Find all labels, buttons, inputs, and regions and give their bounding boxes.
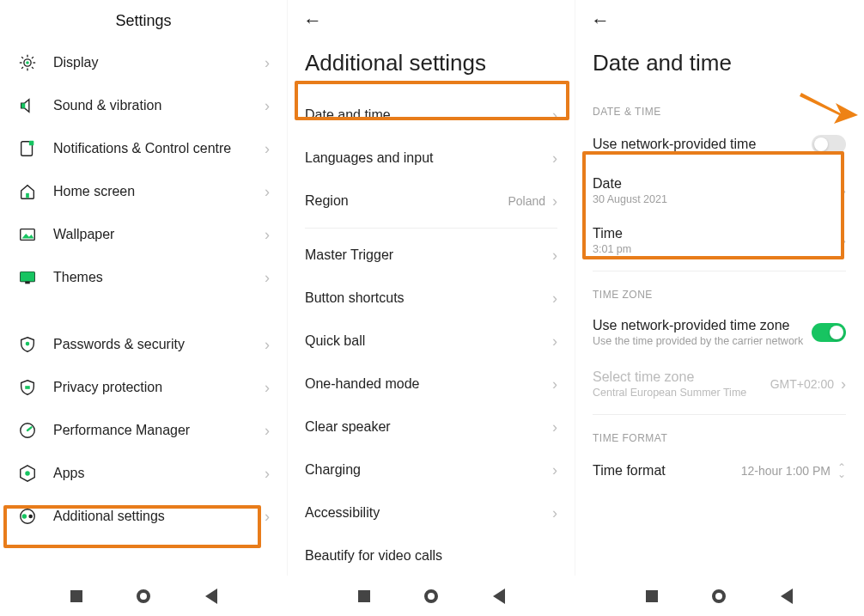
sound-icon	[17, 95, 38, 116]
privacy-label: Privacy protection	[53, 380, 265, 395]
date-row[interactable]: Date 30 August 2021 ›	[575, 166, 863, 216]
additional-icon	[17, 506, 38, 527]
nav-home-icon[interactable]	[712, 589, 726, 603]
charging-row[interactable]: Charging ›	[288, 448, 575, 491]
chevron-right-icon: ›	[552, 375, 557, 393]
region-value: Poland	[508, 194, 545, 208]
performance-label: Performance Manager	[53, 423, 265, 438]
button-shortcuts-row[interactable]: Button shortcuts ›	[288, 277, 575, 320]
nav-back-icon[interactable]	[781, 589, 793, 604]
nav-home-icon[interactable]	[137, 589, 150, 603]
master-trigger-label: Master Trigger	[305, 247, 552, 263]
nav-home-icon[interactable]	[424, 589, 438, 603]
display-row[interactable]: Display ›	[0, 41, 287, 84]
apps-row[interactable]: Apps ›	[0, 452, 287, 495]
pointer-arrow-icon	[800, 86, 851, 120]
gmt-value: GMT+02:00	[770, 377, 834, 391]
sound-row[interactable]: Sound & vibration ›	[0, 84, 287, 127]
chevron-right-icon: ›	[265, 269, 270, 287]
date-time-screen: ← Date and time DATE & TIME Use network-…	[575, 0, 863, 576]
chevron-right-icon: ›	[552, 192, 557, 210]
svg-rect-12	[26, 193, 29, 198]
wallpaper-row[interactable]: Wallpaper ›	[0, 213, 287, 256]
chevron-right-icon: ›	[265, 97, 270, 115]
settings-list-1: Display › Sound & vibration › Notificati…	[0, 41, 287, 538]
themes-icon	[17, 267, 38, 288]
notifications-label: Notifications & Control centre	[53, 141, 265, 156]
button-shortcuts-label: Button shortcuts	[305, 290, 552, 306]
passwords-row[interactable]: Passwords & security ›	[0, 323, 287, 366]
divider	[593, 271, 846, 271]
passwords-label: Passwords & security	[53, 337, 265, 352]
use-network-zone-toggle[interactable]	[812, 323, 846, 342]
performance-row[interactable]: Performance Manager ›	[0, 409, 287, 452]
chevron-right-icon: ›	[552, 461, 557, 479]
chevron-right-icon: ›	[265, 508, 270, 526]
chevron-right-icon: ›	[265, 183, 270, 201]
chevron-updown-icon: ⌃⌄	[837, 464, 846, 478]
svg-line-7	[21, 67, 23, 69]
chevron-right-icon: ›	[552, 332, 557, 351]
nav-recent-icon[interactable]	[646, 590, 658, 602]
divider	[593, 414, 846, 415]
accessibility-label: Accessibility	[305, 505, 552, 521]
clear-speaker-label: Clear speaker	[305, 419, 552, 435]
chevron-right-icon: ›	[265, 336, 270, 354]
clear-speaker-row[interactable]: Clear speaker ›	[288, 406, 575, 448]
chevron-right-icon: ›	[841, 182, 846, 200]
use-network-zone-row[interactable]: Use network-provided time zone Use the t…	[575, 306, 863, 359]
additional-settings-row[interactable]: Additional settings ›	[0, 495, 287, 538]
back-button[interactable]: ←	[303, 9, 322, 32]
chevron-right-icon: ›	[552, 290, 557, 308]
use-network-time-row[interactable]: Use network-provided time	[575, 123, 863, 166]
nav-recent-icon[interactable]	[70, 590, 82, 602]
chevron-right-icon: ›	[552, 504, 557, 522]
quick-ball-row[interactable]: Quick ball ›	[288, 320, 575, 363]
chevron-right-icon: ›	[552, 247, 557, 265]
svg-line-6	[32, 67, 33, 69]
chevron-right-icon: ›	[841, 375, 846, 393]
use-network-zone-sub: Use the time provided by the carrier net…	[593, 335, 812, 347]
nav-back-icon[interactable]	[205, 589, 217, 604]
apps-icon	[17, 463, 38, 484]
display-icon	[17, 52, 38, 73]
date-value: 30 August 2021	[593, 193, 841, 205]
chevron-right-icon: ›	[265, 140, 270, 158]
time-format-label: Time format	[593, 463, 741, 479]
themes-row[interactable]: Themes ›	[0, 256, 287, 299]
svg-rect-16	[25, 282, 30, 284]
use-network-time-label: Use network-provided time	[593, 137, 812, 152]
section-time-zone: TIME ZONE	[575, 277, 863, 306]
time-format-row[interactable]: Time format 12-hour 1:00 PM ⌃⌄	[575, 449, 863, 492]
svg-point-9	[26, 61, 29, 64]
display-label: Display	[53, 55, 265, 70]
region-row[interactable]: Region Poland ›	[288, 180, 575, 223]
notifications-row[interactable]: Notifications & Control centre ›	[0, 127, 287, 170]
svg-rect-11	[29, 141, 34, 146]
homescreen-row[interactable]: Home screen ›	[0, 170, 287, 213]
home-icon	[17, 181, 38, 202]
privacy-icon	[17, 377, 38, 398]
master-trigger-row[interactable]: Master Trigger ›	[288, 234, 575, 277]
one-handed-row[interactable]: One-handed mode ›	[288, 363, 575, 406]
date-time-row[interactable]: Date and time ›	[288, 94, 575, 137]
chevron-right-icon: ›	[841, 232, 846, 250]
one-handed-label: One-handed mode	[305, 376, 552, 392]
beautify-row[interactable]: Beautify for video calls	[288, 534, 575, 576]
divider	[305, 228, 557, 229]
android-nav-bar	[0, 576, 864, 616]
time-row[interactable]: Time 3:01 pm ›	[575, 216, 863, 265]
chevron-right-icon: ›	[552, 149, 557, 168]
quick-ball-label: Quick ball	[305, 333, 552, 349]
languages-row[interactable]: Languages and input ›	[288, 137, 575, 180]
nav-back-icon[interactable]	[493, 589, 505, 604]
settings-title-bar: Settings	[0, 0, 287, 41]
privacy-row[interactable]: Privacy protection ›	[0, 366, 287, 409]
time-label: Time	[593, 226, 841, 241]
select-timezone-label: Select time zone	[593, 369, 770, 385]
accessibility-row[interactable]: Accessibility ›	[288, 491, 575, 534]
use-network-time-toggle[interactable]	[812, 135, 846, 154]
date-time-label: Date and time	[305, 107, 552, 123]
nav-recent-icon[interactable]	[358, 590, 370, 602]
back-button[interactable]: ←	[591, 9, 610, 32]
